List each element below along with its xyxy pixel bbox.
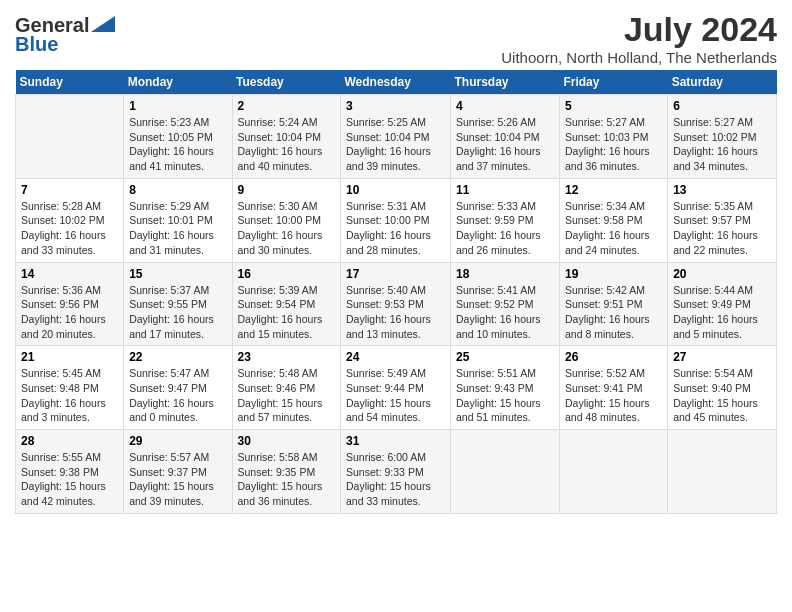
calendar-cell: 23Sunrise: 5:48 AM Sunset: 9:46 PM Dayli… (232, 346, 341, 430)
calendar-cell: 12Sunrise: 5:34 AM Sunset: 9:58 PM Dayli… (559, 178, 667, 262)
day-info: Sunrise: 5:30 AM Sunset: 10:00 PM Daylig… (238, 199, 336, 258)
day-info: Sunrise: 5:27 AM Sunset: 10:02 PM Daylig… (673, 115, 771, 174)
svg-marker-0 (91, 16, 115, 32)
day-info: Sunrise: 5:31 AM Sunset: 10:00 PM Daylig… (346, 199, 445, 258)
calendar-cell: 31Sunrise: 6:00 AM Sunset: 9:33 PM Dayli… (341, 430, 451, 514)
day-number: 20 (673, 267, 771, 281)
day-info: Sunrise: 5:29 AM Sunset: 10:01 PM Daylig… (129, 199, 226, 258)
calendar-cell: 28Sunrise: 5:55 AM Sunset: 9:38 PM Dayli… (16, 430, 124, 514)
day-number: 5 (565, 99, 662, 113)
calendar-week-row: 28Sunrise: 5:55 AM Sunset: 9:38 PM Dayli… (16, 430, 777, 514)
day-info: Sunrise: 5:52 AM Sunset: 9:41 PM Dayligh… (565, 366, 662, 425)
day-number: 31 (346, 434, 445, 448)
day-info: Sunrise: 5:26 AM Sunset: 10:04 PM Daylig… (456, 115, 554, 174)
calendar-cell (450, 430, 559, 514)
day-info: Sunrise: 5:48 AM Sunset: 9:46 PM Dayligh… (238, 366, 336, 425)
day-number: 11 (456, 183, 554, 197)
calendar-cell: 15Sunrise: 5:37 AM Sunset: 9:55 PM Dayli… (124, 262, 232, 346)
day-info: Sunrise: 5:39 AM Sunset: 9:54 PM Dayligh… (238, 283, 336, 342)
col-saturday: Saturday (668, 70, 777, 95)
calendar-cell: 6Sunrise: 5:27 AM Sunset: 10:02 PM Dayli… (668, 95, 777, 179)
calendar-cell: 18Sunrise: 5:41 AM Sunset: 9:52 PM Dayli… (450, 262, 559, 346)
calendar-cell: 14Sunrise: 5:36 AM Sunset: 9:56 PM Dayli… (16, 262, 124, 346)
calendar-cell: 9Sunrise: 5:30 AM Sunset: 10:00 PM Dayli… (232, 178, 341, 262)
calendar-week-row: 21Sunrise: 5:45 AM Sunset: 9:48 PM Dayli… (16, 346, 777, 430)
day-info: Sunrise: 5:58 AM Sunset: 9:35 PM Dayligh… (238, 450, 336, 509)
day-info: Sunrise: 5:34 AM Sunset: 9:58 PM Dayligh… (565, 199, 662, 258)
day-number: 12 (565, 183, 662, 197)
calendar-cell: 17Sunrise: 5:40 AM Sunset: 9:53 PM Dayli… (341, 262, 451, 346)
calendar-cell: 27Sunrise: 5:54 AM Sunset: 9:40 PM Dayli… (668, 346, 777, 430)
calendar-header-row: Sunday Monday Tuesday Wednesday Thursday… (16, 70, 777, 95)
day-info: Sunrise: 5:28 AM Sunset: 10:02 PM Daylig… (21, 199, 118, 258)
calendar-cell: 11Sunrise: 5:33 AM Sunset: 9:59 PM Dayli… (450, 178, 559, 262)
day-info: Sunrise: 5:36 AM Sunset: 9:56 PM Dayligh… (21, 283, 118, 342)
header: General Blue July 2024 Uithoorn, North H… (15, 10, 777, 66)
day-number: 8 (129, 183, 226, 197)
calendar-cell: 5Sunrise: 5:27 AM Sunset: 10:03 PM Dayli… (559, 95, 667, 179)
calendar-cell: 8Sunrise: 5:29 AM Sunset: 10:01 PM Dayli… (124, 178, 232, 262)
calendar-week-row: 14Sunrise: 5:36 AM Sunset: 9:56 PM Dayli… (16, 262, 777, 346)
title-area: July 2024 Uithoorn, North Holland, The N… (501, 10, 777, 66)
day-info: Sunrise: 5:27 AM Sunset: 10:03 PM Daylig… (565, 115, 662, 174)
day-info: Sunrise: 5:49 AM Sunset: 9:44 PM Dayligh… (346, 366, 445, 425)
day-number: 1 (129, 99, 226, 113)
day-info: Sunrise: 5:47 AM Sunset: 9:47 PM Dayligh… (129, 366, 226, 425)
day-number: 2 (238, 99, 336, 113)
calendar-cell: 29Sunrise: 5:57 AM Sunset: 9:37 PM Dayli… (124, 430, 232, 514)
calendar-cell: 3Sunrise: 5:25 AM Sunset: 10:04 PM Dayli… (341, 95, 451, 179)
col-friday: Friday (559, 70, 667, 95)
calendar-cell: 26Sunrise: 5:52 AM Sunset: 9:41 PM Dayli… (559, 346, 667, 430)
day-number: 28 (21, 434, 118, 448)
calendar-cell: 22Sunrise: 5:47 AM Sunset: 9:47 PM Dayli… (124, 346, 232, 430)
calendar-cell: 4Sunrise: 5:26 AM Sunset: 10:04 PM Dayli… (450, 95, 559, 179)
day-info: Sunrise: 5:37 AM Sunset: 9:55 PM Dayligh… (129, 283, 226, 342)
day-number: 25 (456, 350, 554, 364)
day-number: 3 (346, 99, 445, 113)
day-info: Sunrise: 5:45 AM Sunset: 9:48 PM Dayligh… (21, 366, 118, 425)
calendar-week-row: 1Sunrise: 5:23 AM Sunset: 10:05 PM Dayli… (16, 95, 777, 179)
calendar-cell: 25Sunrise: 5:51 AM Sunset: 9:43 PM Dayli… (450, 346, 559, 430)
calendar-table: Sunday Monday Tuesday Wednesday Thursday… (15, 70, 777, 514)
day-number: 14 (21, 267, 118, 281)
day-number: 24 (346, 350, 445, 364)
month-title: July 2024 (501, 10, 777, 49)
day-info: Sunrise: 5:42 AM Sunset: 9:51 PM Dayligh… (565, 283, 662, 342)
day-info: Sunrise: 5:33 AM Sunset: 9:59 PM Dayligh… (456, 199, 554, 258)
day-info: Sunrise: 5:54 AM Sunset: 9:40 PM Dayligh… (673, 366, 771, 425)
day-info: Sunrise: 5:44 AM Sunset: 9:49 PM Dayligh… (673, 283, 771, 342)
day-info: Sunrise: 5:35 AM Sunset: 9:57 PM Dayligh… (673, 199, 771, 258)
col-wednesday: Wednesday (341, 70, 451, 95)
day-info: Sunrise: 5:41 AM Sunset: 9:52 PM Dayligh… (456, 283, 554, 342)
day-info: Sunrise: 5:51 AM Sunset: 9:43 PM Dayligh… (456, 366, 554, 425)
calendar-week-row: 7Sunrise: 5:28 AM Sunset: 10:02 PM Dayli… (16, 178, 777, 262)
calendar-cell: 30Sunrise: 5:58 AM Sunset: 9:35 PM Dayli… (232, 430, 341, 514)
day-number: 18 (456, 267, 554, 281)
calendar-cell: 24Sunrise: 5:49 AM Sunset: 9:44 PM Dayli… (341, 346, 451, 430)
location-title: Uithoorn, North Holland, The Netherlands (501, 49, 777, 66)
calendar-cell: 21Sunrise: 5:45 AM Sunset: 9:48 PM Dayli… (16, 346, 124, 430)
day-info: Sunrise: 6:00 AM Sunset: 9:33 PM Dayligh… (346, 450, 445, 509)
col-monday: Monday (124, 70, 232, 95)
day-number: 7 (21, 183, 118, 197)
day-info: Sunrise: 5:23 AM Sunset: 10:05 PM Daylig… (129, 115, 226, 174)
day-number: 15 (129, 267, 226, 281)
calendar-cell: 10Sunrise: 5:31 AM Sunset: 10:00 PM Dayl… (341, 178, 451, 262)
day-number: 10 (346, 183, 445, 197)
day-number: 9 (238, 183, 336, 197)
day-info: Sunrise: 5:55 AM Sunset: 9:38 PM Dayligh… (21, 450, 118, 509)
day-number: 22 (129, 350, 226, 364)
logo-blue: Blue (15, 33, 58, 56)
calendar-cell: 16Sunrise: 5:39 AM Sunset: 9:54 PM Dayli… (232, 262, 341, 346)
day-number: 27 (673, 350, 771, 364)
day-number: 4 (456, 99, 554, 113)
col-thursday: Thursday (450, 70, 559, 95)
calendar-cell: 1Sunrise: 5:23 AM Sunset: 10:05 PM Dayli… (124, 95, 232, 179)
day-number: 23 (238, 350, 336, 364)
day-number: 6 (673, 99, 771, 113)
day-number: 26 (565, 350, 662, 364)
col-tuesday: Tuesday (232, 70, 341, 95)
day-number: 21 (21, 350, 118, 364)
calendar-cell: 7Sunrise: 5:28 AM Sunset: 10:02 PM Dayli… (16, 178, 124, 262)
day-number: 29 (129, 434, 226, 448)
